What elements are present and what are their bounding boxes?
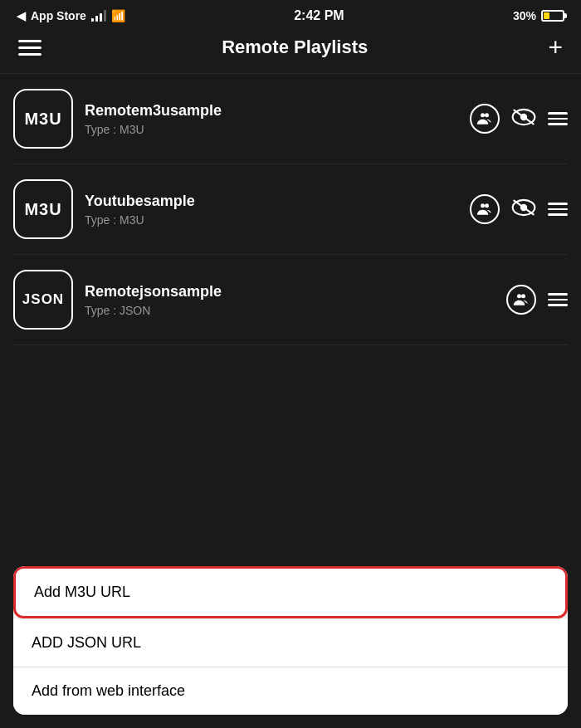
page-title: Remote Playlists <box>222 37 368 58</box>
battery-body <box>541 10 564 22</box>
svg-point-1 <box>485 113 489 117</box>
signal-bar-1 <box>91 18 94 22</box>
menu-line-3a <box>548 293 568 296</box>
add-json-url-button[interactable]: ADD JSON URL <box>13 619 568 667</box>
signal-bars-icon <box>91 10 106 22</box>
playlist-name-2: Youtubesample <box>85 193 458 210</box>
hamburger-menu-button[interactable] <box>18 40 42 56</box>
playlist-info-2: Youtubesample Type : M3U <box>85 193 458 227</box>
eye-svg-1 <box>511 107 536 127</box>
status-time: 2:42 PM <box>294 8 344 23</box>
back-arrow-icon: ◀ <box>17 9 26 22</box>
menu-line-1c <box>548 123 568 125</box>
menu-line-1a <box>548 112 568 115</box>
add-web-interface-button[interactable]: Add from web interface <box>13 667 568 715</box>
svg-line-4 <box>514 110 533 125</box>
playlist-name-3: Remotejsonsample <box>85 283 495 300</box>
svg-point-10 <box>517 294 521 298</box>
context-menu-icon-2[interactable] <box>548 203 568 216</box>
eye-svg-2 <box>511 198 536 217</box>
svg-point-11 <box>521 294 525 298</box>
signal-bar-3 <box>100 13 102 22</box>
status-bar: ◀ App Store 📶 2:42 PM 30% <box>0 0 581 28</box>
carrier-label: App Store <box>31 9 86 22</box>
menu-line-3c <box>548 304 568 306</box>
nav-bar: Remote Playlists + <box>0 28 581 74</box>
status-right: 30% <box>513 9 564 22</box>
svg-point-6 <box>485 203 489 208</box>
playlist-list: M3U Remotem3usample Type : M3U <box>0 74 581 345</box>
playlist-name-1: Remotem3usample <box>85 102 458 120</box>
playlist-info-1: Remotem3usample Type : M3U <box>85 102 458 136</box>
svg-point-5 <box>481 203 485 208</box>
menu-line-1b <box>548 118 568 120</box>
type-badge-json: JSON <box>13 270 73 330</box>
playlist-type-2: Type : M3U <box>85 213 458 227</box>
hamburger-line-2 <box>18 46 42 49</box>
svg-point-0 <box>481 113 485 117</box>
playlist-info-3: Remotejsonsample Type : JSON <box>85 283 495 317</box>
menu-line-2c <box>548 213 568 216</box>
battery-fill <box>544 12 549 19</box>
context-menu-icon-1[interactable] <box>548 112 568 125</box>
status-left: ◀ App Store 📶 <box>17 9 125 22</box>
hamburger-line-3 <box>18 53 42 56</box>
playlist-type-3: Type : JSON <box>85 304 495 317</box>
group-icon-3[interactable] <box>506 285 536 315</box>
group-svg-1 <box>476 110 493 127</box>
menu-line-3b <box>548 299 568 301</box>
wifi-icon: 📶 <box>111 9 125 22</box>
battery-icon <box>541 10 564 22</box>
group-svg-3 <box>513 291 530 308</box>
add-m3u-url-button[interactable]: Add M3U URL <box>13 566 568 618</box>
eye-icon-1[interactable] <box>511 107 536 130</box>
add-web-interface-label: Add from web interface <box>32 682 185 699</box>
add-json-url-label: ADD JSON URL <box>32 634 141 651</box>
svg-line-9 <box>514 201 533 215</box>
list-item: M3U Remotem3usample Type : M3U <box>13 74 568 164</box>
group-svg-2 <box>476 201 493 217</box>
context-menu-icon-3[interactable] <box>548 293 568 306</box>
menu-line-2b <box>548 208 568 211</box>
dropdown-menu: Add M3U URL ADD JSON URL Add from web in… <box>13 566 568 715</box>
list-item: JSON Remotejsonsample Type : JSON <box>13 255 568 345</box>
dropdown-overlay: Add M3U URL ADD JSON URL Add from web in… <box>0 553 581 728</box>
add-m3u-url-label: Add M3U URL <box>34 584 130 600</box>
eye-icon-2[interactable] <box>511 198 536 221</box>
type-badge-m3u-2: M3U <box>13 179 73 239</box>
battery-percent-label: 30% <box>513 9 536 22</box>
signal-bar-2 <box>95 16 98 22</box>
signal-bar-4 <box>104 10 106 22</box>
type-badge-m3u-1: M3U <box>13 89 73 149</box>
add-button[interactable]: + <box>548 35 563 60</box>
playlist-actions-3 <box>506 285 568 315</box>
playlist-type-1: Type : M3U <box>85 123 458 136</box>
list-item: M3U Youtubesample Type : M3U <box>13 164 568 255</box>
playlist-actions-1 <box>470 104 568 134</box>
playlist-actions-2 <box>470 194 568 224</box>
hamburger-line-1 <box>18 40 42 42</box>
menu-line-2a <box>548 203 568 205</box>
group-icon-2[interactable] <box>470 194 500 224</box>
group-icon-1[interactable] <box>470 104 500 134</box>
